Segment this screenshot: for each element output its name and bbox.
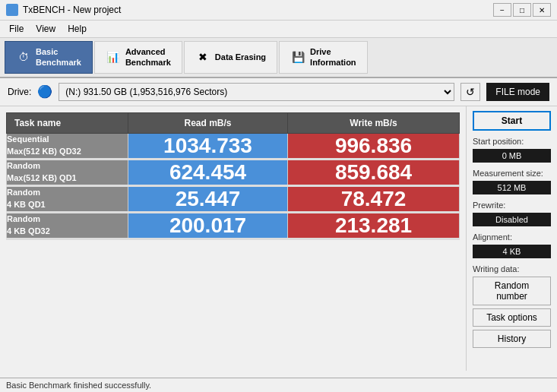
measurement-size-label: Measurement size: xyxy=(473,169,551,178)
drive-bar: Drive: 🔵 (N:) 931.50 GB (1,953,516,976 S… xyxy=(0,78,557,106)
close-button[interactable]: ✕ xyxy=(533,3,551,17)
advanced-benchmark-label-2: Benchmark xyxy=(125,57,171,68)
menu-bar: File View Help xyxy=(0,21,557,38)
read-value-2: 25.447 xyxy=(128,185,288,212)
sidebar: Start Start position: 0 MB Measurement s… xyxy=(466,106,557,371)
drive-information-icon: 💾 xyxy=(290,49,305,65)
drive-icon: 🔵 xyxy=(37,84,52,99)
table-row: Random Max(512 KB) QD1 624.454 859.684 xyxy=(7,159,460,185)
menu-file[interactable]: File xyxy=(3,22,30,36)
content-area: Task name Read mB/s Write mB/s Sequentia… xyxy=(0,106,466,371)
drive-information-label-2: Information xyxy=(310,57,356,68)
write-value-2: 78.472 xyxy=(288,185,460,212)
alignment-value: 4 KB xyxy=(473,245,551,258)
drive-information-label-1: Drive xyxy=(310,46,331,57)
menu-help[interactable]: Help xyxy=(62,22,93,36)
tab-advanced-benchmark[interactable]: 📊 Advanced Benchmark xyxy=(94,41,182,74)
tab-drive-information[interactable]: 💾 Drive Information xyxy=(279,41,368,74)
data-erasing-label-1: Data Erasing xyxy=(215,52,266,62)
writing-data-label: Writing data: xyxy=(473,264,551,273)
drive-select[interactable]: (N:) 931.50 GB (1,953,516,976 Sectors) xyxy=(59,83,454,101)
task-name-1: Random Max(512 KB) QD1 xyxy=(7,159,128,185)
prewrite-value: Disabled xyxy=(473,213,551,226)
maximize-button[interactable]: □ xyxy=(513,3,531,17)
drive-refresh-button[interactable]: ↺ xyxy=(460,83,480,101)
col-write: Write mB/s xyxy=(288,112,460,133)
title-bar-controls: − □ ✕ xyxy=(493,3,551,17)
task-name-0: Sequential Max(512 KB) QD32 xyxy=(7,133,128,159)
task-options-button[interactable]: Task options xyxy=(473,308,551,327)
task-name-3: Random 4 KB QD32 xyxy=(7,212,128,239)
advanced-benchmark-label-1: Advanced xyxy=(125,46,166,57)
read-value-0: 1034.733 xyxy=(128,133,288,159)
basic-benchmark-label-2: Benchmark xyxy=(36,57,81,68)
tab-data-erasing[interactable]: ✖ Data Erasing xyxy=(184,41,277,74)
read-value-1: 624.454 xyxy=(128,159,288,185)
start-position-value: 0 MB xyxy=(473,149,551,163)
task-name-2: Random 4 KB QD1 xyxy=(7,185,128,212)
results-table: Task name Read mB/s Write mB/s Sequentia… xyxy=(6,112,460,240)
status-text: Basic Benchmark finished successfully. xyxy=(6,381,151,390)
data-erasing-icon: ✖ xyxy=(195,49,210,65)
basic-benchmark-label-1: Basic xyxy=(36,46,58,57)
col-task-name: Task name xyxy=(7,112,128,133)
table-row: Random 4 KB QD1 25.447 78.472 xyxy=(7,185,460,212)
start-position-label: Start position: xyxy=(473,137,551,146)
col-read: Read mB/s xyxy=(128,112,288,133)
basic-benchmark-icon: ⏱ xyxy=(16,49,31,65)
write-value-1: 859.684 xyxy=(288,159,460,185)
status-bar: Basic Benchmark finished successfully. xyxy=(0,378,557,392)
tab-basic-benchmark[interactable]: ⏱ Basic Benchmark xyxy=(5,41,93,74)
title-bar-left: TxBENCH - New project xyxy=(6,4,121,16)
menu-view[interactable]: View xyxy=(30,22,62,36)
write-value-0: 996.836 xyxy=(288,133,460,159)
measurement-size-value: 512 MB xyxy=(473,181,551,194)
toolbar: ⏱ Basic Benchmark 📊 Advanced Benchmark ✖… xyxy=(0,38,557,78)
title-bar: TxBENCH - New project − □ ✕ xyxy=(0,0,557,21)
prewrite-label: Prewrite: xyxy=(473,201,551,210)
table-row: Sequential Max(512 KB) QD32 1034.733 996… xyxy=(7,133,460,159)
file-mode-button[interactable]: FILE mode xyxy=(486,83,549,101)
history-button[interactable]: History xyxy=(473,330,551,348)
app-icon xyxy=(6,4,18,16)
writing-data-button[interactable]: Random number xyxy=(473,277,551,305)
advanced-benchmark-icon: 📊 xyxy=(106,49,121,65)
start-button[interactable]: Start xyxy=(473,111,551,131)
main-area: Task name Read mB/s Write mB/s Sequentia… xyxy=(0,106,557,371)
alignment-label: Alignment: xyxy=(473,232,551,242)
table-row: Random 4 KB QD32 200.017 213.281 xyxy=(7,212,460,239)
drive-label: Drive: xyxy=(8,87,31,97)
minimize-button[interactable]: − xyxy=(493,3,511,17)
read-value-3: 200.017 xyxy=(128,212,288,239)
write-value-3: 213.281 xyxy=(288,212,460,239)
window-title: TxBENCH - New project xyxy=(23,5,121,15)
